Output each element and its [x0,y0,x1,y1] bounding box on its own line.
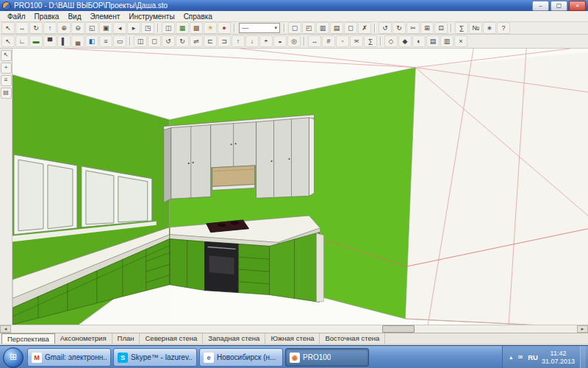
undo-icon[interactable]: ↺ [379,22,392,34]
close-button[interactable]: × [569,1,586,11]
pan-tool-icon[interactable]: + [1,63,12,74]
layers-icon[interactable]: ▤ [1,88,12,99]
rotate-right-icon[interactable]: ↻ [176,35,189,47]
zoom-select[interactable]: — ▾ [239,23,280,33]
column-tool-icon[interactable]: ▌ [57,35,71,47]
textures-icon[interactable]: ▩ [190,22,203,34]
ceiling-tool-icon[interactable]: ▀ [43,35,57,47]
group-icon[interactable]: ◫ [134,35,147,47]
price-list-icon[interactable]: № [469,22,482,34]
open-icon[interactable]: ◰ [302,22,315,34]
bring-front-icon[interactable]: ◓ [259,35,273,47]
tab-east-wall[interactable]: Восточная стена [320,333,385,344]
perspective-icon[interactable]: ◳ [141,22,154,34]
cut-icon[interactable]: ✂ [406,22,420,34]
wall-tool-icon[interactable]: ∟ [15,35,29,47]
print-icon[interactable]: ▤ [330,22,343,34]
align-left-icon[interactable]: ⊏ [204,35,217,47]
pointer-icon[interactable]: ↖ [1,22,15,34]
menu-edit[interactable]: Правка [30,12,64,21]
tab-west-wall[interactable]: Западная стена [203,333,265,344]
move-down-icon[interactable]: ↓ [245,35,259,47]
tab-south-wall[interactable]: Южная стена [265,333,320,344]
horizontal-scrollbar[interactable]: ◄ ► [0,325,588,333]
title-bar[interactable]: PRO100 - D:\ВАШ ВЫБОР\Проекты\Даша.sto –… [0,0,588,11]
notes-icon[interactable]: ≡ [1,75,12,86]
render-icon[interactable]: ● [218,22,231,34]
center-icon[interactable]: ◎ [287,35,301,47]
tray-message-icon[interactable]: ✉ [517,354,524,361]
tab-perspective[interactable]: Перспектива [1,333,55,344]
clock[interactable]: 11:42 31.07.2013 [542,350,575,366]
select-tool-icon[interactable]: ↖ [1,50,12,61]
new-icon[interactable]: ▢ [288,22,301,34]
orbit-icon[interactable]: ↻ [29,22,43,34]
move-up-icon[interactable]: ↑ [232,35,245,47]
show-fill-icon[interactable]: ◆ [398,35,412,47]
menu-element[interactable]: Элемент [85,12,124,21]
zoom-out-icon[interactable]: ⊖ [71,22,85,34]
countertop-tool-icon[interactable]: ▄ [71,35,85,47]
sum-icon[interactable]: ∑ [364,35,377,47]
grid-icon[interactable]: # [322,35,335,47]
close-project-icon[interactable]: × [454,35,467,47]
hidden-icons-arrow[interactable]: ▴ [507,354,514,361]
language-indicator[interactable]: RU [528,353,538,361]
wireframe-icon[interactable]: ◫ [162,22,175,34]
dimensions-icon[interactable]: ↔ [308,35,321,47]
scroll-right-arrow[interactable]: ► [577,325,588,333]
snap-icon[interactable]: ◦ [336,35,349,47]
statistics-icon[interactable]: ▤ [426,35,440,47]
zoom-all-icon[interactable]: ▣ [99,22,112,34]
menu-tools[interactable]: Инструменты [124,12,179,21]
help-icon[interactable]: ? [497,22,510,34]
show-desktop-button[interactable] [580,346,586,368]
paste-icon[interactable]: ⊡ [434,22,448,34]
send-back-icon[interactable]: ◒ [273,35,287,47]
select-element-icon[interactable]: ↖ [1,35,15,47]
taskbar-ie[interactable]: eНовосибирск (н... [199,348,283,367]
ruler-icon[interactable]: ≍ [350,35,363,47]
rotate-left-icon[interactable]: ↺ [162,35,175,47]
maximize-button[interactable]: ▢ [551,1,567,11]
cabinet-tool-icon[interactable]: ◧ [85,35,98,47]
redo-icon[interactable]: ↻ [392,22,406,34]
mirror-icon[interactable]: ⇌ [190,35,203,47]
minimize-button[interactable]: – [532,1,549,11]
tab-plan[interactable]: План [112,333,140,344]
ungroup-icon[interactable]: ◻ [148,35,161,47]
preview-icon[interactable]: ◻ [344,22,357,34]
save-icon[interactable]: ▥ [316,22,329,34]
floor-tool-icon[interactable]: ▬ [29,35,43,47]
taskbar-skype[interactable]: SSkype™ - lazurev... [113,348,197,367]
settings-icon[interactable]: ∗ [483,22,496,34]
scroll-thumb[interactable] [382,325,415,333]
shadow-icon[interactable]: ◐ [412,35,426,47]
3d-viewport[interactable] [12,49,588,325]
report-icon[interactable]: ∑ [455,22,468,34]
scroll-track[interactable] [11,325,577,333]
tab-north-wall[interactable]: Северная стена [140,333,203,344]
align-right-icon[interactable]: ⊐ [218,35,231,47]
menu-file[interactable]: Файл [3,12,30,21]
delete-icon[interactable]: ✗ [358,22,371,34]
show-edges-icon[interactable]: ◇ [384,35,398,47]
zoom-in-icon[interactable]: ⊕ [57,22,71,34]
worktop-tool-icon[interactable]: ▭ [113,35,126,47]
previous-view-icon[interactable]: ◂ [113,22,126,34]
taskbar-gmail[interactable]: MGmail: электронн... [27,348,111,367]
pan-icon[interactable]: ↔ [15,22,29,34]
shelf-tool-icon[interactable]: ≡ [99,35,112,47]
walk-icon[interactable]: ↑ [43,22,57,34]
menu-view[interactable]: Вид [63,12,85,21]
next-view-icon[interactable]: ▸ [127,22,140,34]
tab-axonometry[interactable]: Аксонометрия [55,333,112,344]
taskbar-pro100[interactable]: ◉PRO100 [285,348,369,367]
colors-icon[interactable]: ▦ [176,22,189,34]
zoom-window-icon[interactable]: ◱ [85,22,98,34]
upper-cabinet-right[interactable] [257,118,309,199]
start-button[interactable]: ⊞ [3,347,24,368]
copy-icon[interactable]: ⊞ [420,22,434,34]
menu-help[interactable]: Справка [179,12,217,21]
lights-icon[interactable]: ☀ [204,22,217,34]
